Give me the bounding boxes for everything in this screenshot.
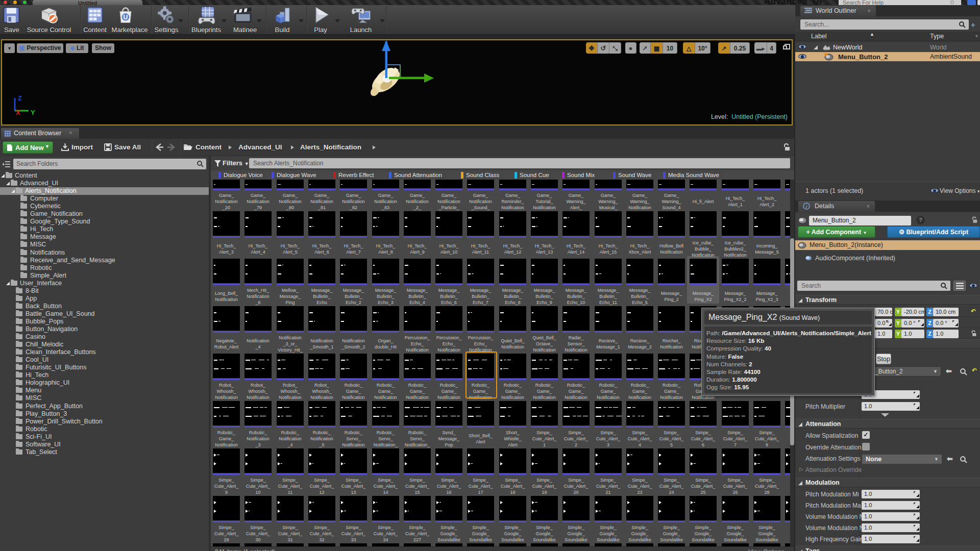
- svg-text:X: X: [16, 109, 20, 116]
- svg-text:Z: Z: [18, 94, 22, 102]
- svg-text:Y: Y: [31, 109, 35, 116]
- svg-text:U: U: [124, 14, 128, 21]
- svg-text:i: i: [806, 204, 807, 209]
